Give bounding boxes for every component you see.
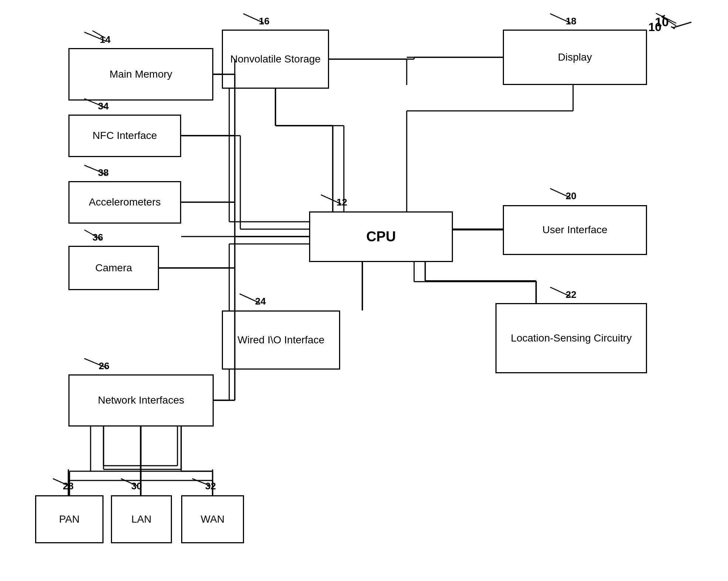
- svg-line-100: [550, 188, 570, 198]
- ref26-arrow: [81, 357, 110, 370]
- svg-line-103: [656, 13, 676, 23]
- svg-line-98: [321, 195, 341, 204]
- lan-label: LAN: [131, 513, 151, 526]
- ref10-arrow: [654, 10, 680, 25]
- ref18-arrow: [546, 12, 574, 25]
- ref30-arrow: [119, 477, 141, 488]
- network-interfaces-label: Network Interfaces: [98, 394, 184, 407]
- svg-line-89: [84, 32, 106, 41]
- ref32-arrow: [190, 477, 214, 488]
- ref24-arrow: [236, 292, 264, 305]
- ref22-arrow: [546, 285, 574, 298]
- nfc-interface-label: NFC Interface: [92, 129, 157, 142]
- cpu-box: CPU: [309, 211, 453, 262]
- svg-line-91: [84, 165, 106, 174]
- accelerometers-label: Accelerometers: [89, 196, 161, 209]
- nonvolatile-storage-label: Nonvolatile Storage: [230, 52, 321, 66]
- camera-box: Camera: [68, 246, 159, 290]
- display-label: Display: [558, 51, 592, 64]
- user-interface-box: User Interface: [503, 205, 647, 255]
- user-interface-label: User Interface: [542, 223, 607, 237]
- svg-line-95: [121, 479, 138, 486]
- wan-box: WAN: [181, 495, 244, 543]
- ref14-arrow: [81, 30, 110, 43]
- pan-box: PAN: [35, 495, 104, 543]
- display-box: Display: [503, 30, 647, 85]
- svg-line-92: [84, 230, 101, 239]
- network-interfaces-box: Network Interfaces: [68, 374, 214, 427]
- svg-line-99: [550, 14, 570, 23]
- main-memory-label: Main Memory: [109, 68, 172, 81]
- ref34-arrow: [81, 97, 110, 110]
- location-sensing-box: Location-Sensing Circuitry: [495, 303, 647, 373]
- svg-line-102: [550, 287, 570, 296]
- lan-box: LAN: [111, 495, 172, 543]
- ref12-arrow: [317, 193, 345, 206]
- pan-label: PAN: [59, 513, 80, 526]
- ref16-arrow: [240, 12, 267, 25]
- camera-label: Camera: [95, 261, 132, 275]
- svg-line-90: [84, 99, 106, 108]
- ref28-arrow: [51, 477, 73, 488]
- wired-io-label: Wired I\O Interface: [238, 333, 325, 347]
- wan-label: WAN: [201, 513, 224, 526]
- cpu-label: CPU: [366, 228, 396, 246]
- main-memory-box: Main Memory: [68, 48, 213, 101]
- ref20-arrow: [546, 187, 574, 200]
- svg-line-93: [84, 359, 106, 368]
- nfc-interface-box: NFC Interface: [68, 115, 181, 157]
- svg-line-96: [192, 479, 211, 486]
- wired-io-box: Wired I\O Interface: [222, 310, 340, 370]
- location-sensing-label: Location-Sensing Circuitry: [511, 332, 632, 345]
- ref36-arrow: [81, 228, 105, 241]
- accelerometers-box: Accelerometers: [68, 181, 181, 224]
- svg-line-94: [53, 479, 70, 486]
- ref38-arrow: [81, 163, 110, 176]
- svg-line-97: [243, 14, 264, 23]
- nonvolatile-storage-box: Nonvolatile Storage: [222, 30, 329, 89]
- svg-line-101: [240, 294, 260, 303]
